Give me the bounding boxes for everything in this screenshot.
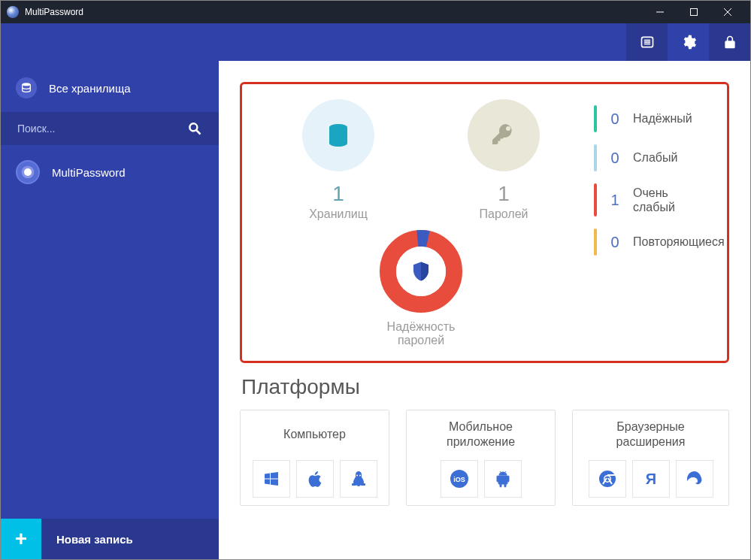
toolbar xyxy=(1,23,750,61)
chrome-icon[interactable] xyxy=(589,460,626,498)
maximize-button[interactable] xyxy=(677,1,710,23)
strength-very-weak: 1 Очень слабый xyxy=(594,180,725,219)
linux-icon[interactable] xyxy=(340,460,377,498)
edge-icon[interactable] xyxy=(676,460,713,498)
stat-reliability: Надёжность паролей xyxy=(256,230,586,347)
stat-vaults: 1 Хранилищ xyxy=(271,99,406,221)
sidebar: Все хранилища MultiPassword xyxy=(1,61,219,559)
list-view-button[interactable] xyxy=(626,23,668,61)
platform-label: Браузерные расширения xyxy=(583,419,718,450)
svg-point-12 xyxy=(24,168,32,176)
apple-icon[interactable] xyxy=(296,460,334,498)
strength-bar xyxy=(594,229,597,256)
platform-browser: Браузерные расширения Я xyxy=(572,410,729,506)
strength-strong: 0 Надёжный xyxy=(594,102,725,135)
stat-passwords-count: 1 xyxy=(436,182,571,206)
svg-point-9 xyxy=(189,123,197,131)
android-icon[interactable] xyxy=(484,460,522,498)
settings-button[interactable] xyxy=(668,23,709,61)
database-icon xyxy=(302,99,374,171)
minimize-button[interactable] xyxy=(643,1,677,23)
search-input[interactable] xyxy=(17,117,187,141)
sidebar-all-vaults[interactable]: Все хранилища xyxy=(1,68,219,107)
window-title: MultiPassword xyxy=(25,7,643,17)
platform-computer: Компьютер xyxy=(240,410,389,506)
stat-vaults-count: 1 xyxy=(271,182,406,206)
strength-repeated: 0 Повторяющиеся xyxy=(594,226,725,259)
lock-button[interactable] xyxy=(709,23,750,61)
svg-point-8 xyxy=(23,83,31,86)
strength-bar xyxy=(594,183,597,216)
strength-bar xyxy=(594,144,597,171)
platform-mobile: Мобильное приложение iOS xyxy=(406,410,556,506)
strength-label: Надёжный xyxy=(633,112,692,126)
strength-label: Повторяющиеся xyxy=(633,235,725,249)
shield-icon xyxy=(396,247,446,296)
strength-count: 0 xyxy=(607,110,622,128)
sidebar-all-vaults-label: Все хранилища xyxy=(49,82,131,95)
windows-icon[interactable] xyxy=(253,460,290,498)
strength-bar xyxy=(594,105,597,132)
search-icon[interactable] xyxy=(187,121,202,136)
svg-text:Я: Я xyxy=(645,471,656,487)
strength-label: Очень слабый xyxy=(633,186,675,214)
svg-text:iOS: iOS xyxy=(453,476,465,483)
app-icon xyxy=(7,6,19,18)
plus-icon: + xyxy=(1,519,41,559)
strength-count: 1 xyxy=(607,192,622,209)
platform-label: Компьютер xyxy=(251,419,378,450)
ios-icon[interactable]: iOS xyxy=(441,460,478,498)
strength-label: Слабый xyxy=(633,151,677,165)
stat-vaults-label: Хранилищ xyxy=(271,207,406,221)
strength-weak: 0 Слабый xyxy=(594,141,725,174)
strength-list: 0 Надёжный 0 Слабый 1 Очень слабый xyxy=(594,99,725,347)
vault-icon xyxy=(16,77,37,98)
svg-line-10 xyxy=(197,131,201,135)
platforms-title: Платформы xyxy=(241,375,728,399)
platform-label: Мобильное приложение xyxy=(417,419,544,450)
yandex-icon[interactable]: Я xyxy=(632,460,670,498)
sidebar-vault-label: MultiPassword xyxy=(52,166,126,179)
new-entry-button[interactable]: + Новая запись xyxy=(1,519,219,559)
strength-count: 0 xyxy=(607,150,622,167)
key-icon xyxy=(468,99,540,171)
stat-passwords-label: Паролей xyxy=(436,207,571,221)
platforms-row: Компьютер Мобильное приложение iOS xyxy=(240,410,729,506)
new-entry-label: Новая запись xyxy=(41,519,219,559)
close-button[interactable] xyxy=(710,1,744,23)
stat-passwords: 1 Паролей xyxy=(436,99,571,221)
main-content: 1 Хранилищ 1 Паролей xyxy=(219,61,750,559)
dashboard-panel: 1 Хранилищ 1 Паролей xyxy=(240,82,729,363)
stat-reliability-label: Надёжность паролей xyxy=(256,320,586,347)
titlebar: MultiPassword xyxy=(1,1,750,23)
search-row xyxy=(1,112,219,145)
vault-avatar xyxy=(16,160,40,184)
sidebar-vault-item[interactable]: MultiPassword xyxy=(1,153,219,192)
svg-rect-1 xyxy=(690,9,697,16)
strength-count: 0 xyxy=(607,234,622,251)
